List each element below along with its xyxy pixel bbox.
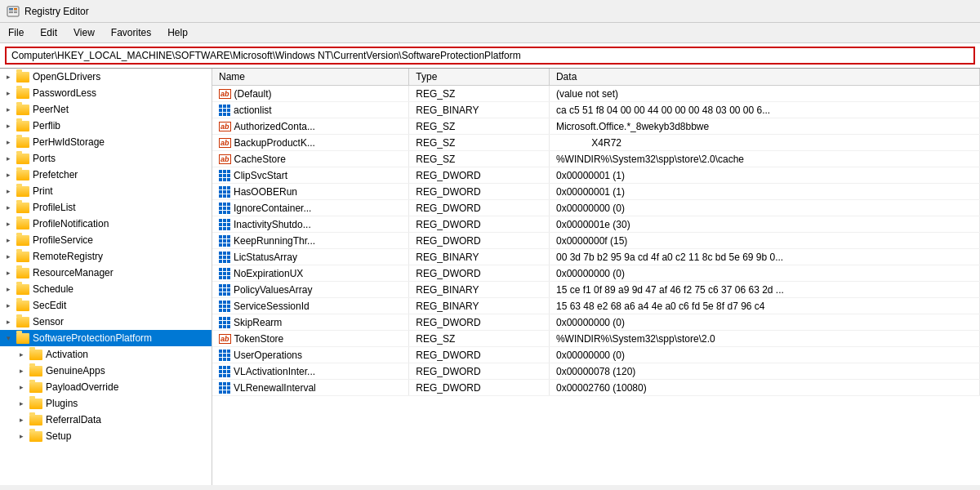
table-row[interactable]: abBackupProductK...REG_SZ X4R72 [212,135,980,151]
expand-arrow: ▸ [7,285,16,293]
sidebar-item-secedit[interactable]: ▸SecEdit [0,297,212,314]
sidebar-item-referraldata[interactable]: ▸ReferralData [0,412,212,428]
cell-data: %WINDIR%\System32\spp\store\2.0 [549,331,979,347]
cell-name: LicStatusArray [212,249,409,265]
sidebar-item-payloadoverride[interactable]: ▸PayloadOverride [0,379,212,395]
sidebar: ▸OpenGLDrivers▸PasswordLess▸PeerNet▸Perf… [0,69,212,485]
folder-icon [16,301,29,311]
reg-dword-icon [219,235,230,247]
folder-icon [16,219,29,229]
table-row[interactable]: ClipSvcStartREG_DWORD0x00000001 (1) [212,167,980,184]
table-row[interactable]: VLRenewalIntervalREG_DWORD0x00002760 (10… [212,380,980,396]
table-row[interactable]: PolicyValuesArrayREG_BINARY15 ce f1 0f 8… [212,282,980,298]
cell-type: REG_BINARY [409,282,550,298]
tree-item-label: OpenGLDrivers [33,71,100,82]
sidebar-item-perhwidstorage[interactable]: ▸PerHwIdStorage [0,134,212,150]
sidebar-item-prefetcher[interactable]: ▸Prefetcher [0,167,212,183]
tree-item-label: PasswordLess [33,87,96,99]
sidebar-item-genuineapps[interactable]: ▸GenuineApps [0,363,212,379]
address-input[interactable] [5,47,975,65]
cell-name: abAuthorizedConta... [212,118,409,135]
menu-bar: File Edit View Favorites Help [0,23,980,43]
table-row[interactable]: HasOOBERunREG_DWORD0x00000001 (1) [212,184,980,200]
sidebar-item-setup[interactable]: ▸Setup [0,428,212,444]
menu-view[interactable]: View [65,24,103,41]
tree-item-label: PayloadOverride [46,381,118,393]
sidebar-item-profilelist[interactable]: ▸ProfileList [0,199,212,216]
sidebar-item-perflib[interactable]: ▸Perflib [0,118,212,134]
expand-arrow: ▸ [20,416,29,424]
svg-rect-1 [9,8,13,10]
table-row[interactable]: abCacheStoreREG_SZ%WINDIR%\System32\spp\… [212,151,980,167]
menu-file[interactable]: File [0,24,32,41]
folder-icon [16,284,29,295]
cell-name: ab(Default) [212,86,409,102]
cell-name: InactivityShutdo... [212,216,409,233]
folder-icon [16,137,29,148]
svg-rect-5 [14,11,17,11]
table-row[interactable]: abTokenStoreREG_SZ%WINDIR%\System32\spp\… [212,331,980,347]
menu-help[interactable]: Help [159,24,196,41]
table-row[interactable]: IgnoreContainer...REG_DWORD0x00000000 (0… [212,200,980,216]
folder-icon [16,88,29,99]
table-row[interactable]: abAuthorizedConta...REG_SZMicrosoft.Offi… [212,118,980,135]
cell-name: PolicyValuesArray [212,282,409,298]
col-name: Name [212,69,409,86]
table-row[interactable]: UserOperationsREG_DWORD0x00000000 (0) [212,347,980,363]
sidebar-item-resourcemanager[interactable]: ▸ResourceManager [0,265,212,281]
sidebar-item-peernet[interactable]: ▸PeerNet [0,101,212,118]
svg-rect-6 [14,12,17,13]
tree-item-label: GenuineApps [46,365,105,376]
table-row[interactable]: ab(Default)REG_SZ(value not set) [212,86,980,102]
sidebar-item-softwareprotectionplatform[interactable]: ▾SoftwareProtectionPlatform [0,330,212,346]
tree-item-label: PerHwIdStorage [33,136,105,148]
folder-icon [16,268,29,278]
table-row[interactable]: VLActivationInter...REG_DWORD0x00000078 … [212,363,980,380]
menu-favorites[interactable]: Favorites [103,24,159,41]
cell-type: REG_DWORD [409,184,550,200]
app-icon [7,5,20,18]
folder-icon [16,170,29,180]
sidebar-item-print[interactable]: ▸Print [0,183,212,199]
table-row[interactable]: SkipRearmREG_DWORD0x00000000 (0) [212,314,980,331]
tree-item-label: Activation [46,349,88,360]
table-row[interactable]: KeepRunningThr...REG_DWORD0x0000000f (15… [212,233,980,249]
cell-name: abCacheStore [212,151,409,167]
sidebar-item-ports[interactable]: ▸Ports [0,150,212,167]
content-area: Name Type Data ab(Default)REG_SZ(value n… [212,69,980,485]
cell-type: REG_DWORD [409,233,550,249]
table-row[interactable]: ServiceSessionIdREG_BINARY15 63 48 e2 68… [212,298,980,314]
col-type: Type [409,69,550,86]
cell-name: abBackupProductK... [212,135,409,151]
cell-data: Microsoft.Office.*_8wekyb3d8bbwe [549,118,979,135]
folder-icon [29,399,42,409]
sidebar-item-opengldrivers[interactable]: ▸OpenGLDrivers [0,69,212,85]
sidebar-item-profileservice[interactable]: ▸ProfileService [0,232,212,248]
table-row[interactable]: InactivityShutdo...REG_DWORD0x0000001e (… [212,216,980,233]
table-row[interactable]: LicStatusArrayREG_BINARY00 3d 7b b2 95 9… [212,249,980,265]
cell-data: (value not set) [549,86,979,102]
expand-arrow: ▸ [7,154,16,163]
table-row[interactable]: NoExpirationUXREG_DWORD0x00000000 (0) [212,265,980,282]
sidebar-item-schedule[interactable]: ▸Schedule [0,281,212,297]
folder-icon [29,366,42,376]
menu-edit[interactable]: Edit [32,24,65,41]
registry-table: Name Type Data ab(Default)REG_SZ(value n… [212,69,980,396]
sidebar-item-profilenotification[interactable]: ▸ProfileNotification [0,216,212,232]
tree-item-label: ResourceManager [33,267,114,278]
sidebar-item-activation[interactable]: ▸Activation [0,346,212,363]
tree-item-label: Ports [33,153,56,164]
reg-dword-icon [219,105,230,116]
folder-icon [29,350,42,360]
sidebar-item-remoteregistry[interactable]: ▸RemoteRegistry [0,248,212,265]
tree-item-label: Plugins [46,398,78,409]
sidebar-item-plugins[interactable]: ▸Plugins [0,395,212,412]
cell-data: 15 63 48 e2 68 a6 a4 4e a0 c6 fd 5e 8f d… [549,298,979,314]
expand-arrow: ▸ [7,138,16,146]
table-row[interactable]: actionlistREG_BINARYca c5 51 f8 04 00 00… [212,102,980,118]
sidebar-item-sensor[interactable]: ▸Sensor [0,314,212,330]
title-bar: Registry Editor [0,0,980,23]
expand-arrow: ▸ [20,432,29,440]
sidebar-item-passwordless[interactable]: ▸PasswordLess [0,85,212,101]
cell-name: VLActivationInter... [212,363,409,380]
